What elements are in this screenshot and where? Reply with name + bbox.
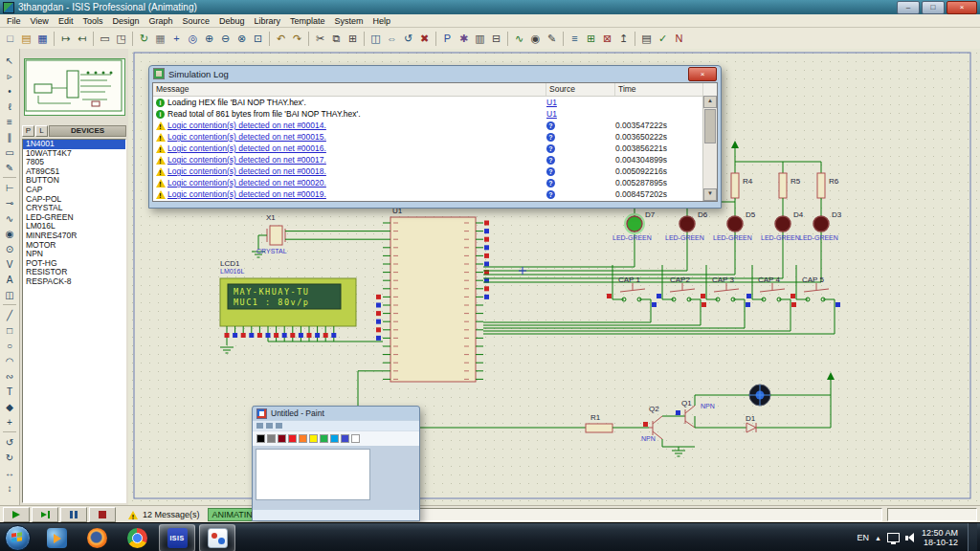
paint-color-swatch[interactable] [299, 434, 307, 443]
new-sheet-icon[interactable]: ⊞ [583, 31, 599, 47]
device-item-respack-8[interactable]: RESPACK-8 [23, 277, 125, 287]
2d-line-icon[interactable]: ╱ [2, 307, 18, 322]
simulation-log-close-button[interactable]: × [688, 67, 717, 81]
log-source[interactable]: U1 [546, 109, 615, 119]
device-list[interactable]: 1N400110WATT4K77805AT89C51BUTTONCAPCAP-P… [22, 139, 126, 503]
open-design-icon[interactable]: ▤ [18, 31, 34, 47]
2d-text-icon[interactable]: T [2, 384, 18, 399]
bus-mode-icon[interactable]: ∥ [2, 129, 18, 144]
log-row[interactable]: !Logic contention(s) detected on net #00… [153, 165, 717, 177]
paint-canvas[interactable] [256, 449, 370, 500]
minimize-button[interactable]: – [897, 1, 920, 14]
log-row[interactable]: !Logic contention(s) detected on net #00… [153, 154, 717, 165]
log-row[interactable]: iRead total of 861 bytes from file 'BAI … [153, 108, 717, 120]
volume-tray-icon[interactable] [905, 533, 914, 542]
packaging-tool-icon[interactable]: ▥ [472, 31, 488, 47]
paint-color-swatch[interactable] [320, 434, 328, 443]
redo-icon[interactable]: ↷ [289, 31, 305, 47]
bill-of-materials-icon[interactable]: ▤ [638, 31, 655, 47]
scroll-down-arrow[interactable]: ▼ [703, 188, 717, 201]
zoom-out-icon[interactable]: ⊖ [217, 31, 234, 47]
log-row[interactable]: !Logic contention(s) detected on net #00… [153, 131, 717, 143]
paint-color-swatch[interactable] [256, 434, 265, 443]
menu-graph[interactable]: Graph [144, 16, 177, 26]
import-section-icon[interactable]: ↦ [57, 31, 74, 47]
voltage-probe-icon[interactable]: V [2, 256, 18, 272]
log-source[interactable]: ? [546, 133, 615, 142]
zoom-all-icon[interactable]: ⊗ [234, 31, 250, 47]
simulation-log-titlebar[interactable]: Simulation Log × [149, 66, 721, 81]
log-source[interactable]: ? [546, 179, 615, 187]
zoom-in-icon[interactable]: ⊕ [201, 31, 217, 47]
taskbar-chrome[interactable] [119, 524, 155, 551]
log-row[interactable]: !Logic contention(s) detected on net #00… [153, 143, 717, 154]
mirror-horizontal-icon[interactable]: ↔ [2, 465, 18, 480]
paint-color-swatch[interactable] [309, 434, 318, 443]
paint-color-swatch[interactable] [351, 434, 360, 443]
log-row[interactable]: !Logic contention(s) detected on net #00… [153, 177, 717, 188]
2d-arc-icon[interactable]: ◠ [2, 353, 18, 368]
log-source[interactable]: ? [546, 144, 615, 153]
taskbar-clock[interactable]: 12:50 AM 18-10-12 [922, 528, 958, 547]
goto-sheet-icon[interactable]: ↥ [615, 31, 632, 47]
mark-output-area-icon[interactable]: ◳ [113, 31, 129, 47]
stop-button[interactable] [89, 507, 116, 522]
log-row[interactable]: !Logic contention(s) detected on net #00… [153, 188, 717, 200]
taskbar-windows-media-player[interactable] [38, 524, 75, 551]
copy-icon[interactable]: ⧉ [328, 31, 345, 47]
paint-color-swatch[interactable] [341, 434, 349, 443]
log-source[interactable]: ? [546, 156, 615, 165]
log-column-source[interactable]: Source [546, 83, 615, 96]
block-move-icon[interactable]: ⇔ [384, 31, 400, 47]
netlist-to-ares-icon[interactable]: N [671, 31, 687, 47]
junction-dot-icon[interactable]: • [2, 83, 18, 99]
taskbar-isis[interactable]: ISIS [159, 524, 195, 551]
step-button[interactable] [32, 507, 58, 522]
block-rotate-icon[interactable]: ↺ [400, 31, 416, 47]
print-design-icon[interactable]: ▭ [97, 31, 113, 47]
new-design-icon[interactable]: □ [2, 31, 18, 47]
close-button[interactable]: × [947, 1, 977, 14]
maximize-button[interactable]: □ [922, 1, 945, 14]
menu-help[interactable]: Help [368, 16, 396, 26]
play-button[interactable] [3, 507, 30, 522]
menu-tools[interactable]: Tools [78, 16, 107, 26]
inter-sheet-terminal-icon[interactable]: ⊢ [2, 180, 18, 195]
cut-icon[interactable]: ✂ [312, 31, 328, 47]
language-indicator[interactable]: EN [858, 533, 870, 542]
decompose-icon[interactable]: ⊟ [488, 31, 504, 47]
2d-path-icon[interactable]: ∾ [2, 368, 18, 384]
selection-pointer-icon[interactable]: ↖ [2, 53, 18, 68]
paint-quick-access-toolbar[interactable] [253, 420, 419, 430]
menu-template[interactable]: Template [285, 16, 330, 26]
menu-debug[interactable]: Debug [214, 16, 250, 26]
menu-file[interactable]: File [2, 16, 26, 26]
log-scrollbar[interactable]: ▲ ▼ [702, 96, 717, 201]
graph-mode-icon[interactable]: ∿ [2, 210, 18, 226]
log-source[interactable]: ? [546, 121, 615, 130]
log-column-message[interactable]: Message [153, 83, 546, 96]
start-button[interactable] [0, 523, 34, 551]
zoom-area-icon[interactable]: ⊡ [250, 31, 266, 47]
make-device-icon[interactable]: ✱ [456, 31, 472, 47]
log-column-time[interactable]: Time [615, 83, 703, 96]
instant-edit-icon[interactable]: ✎ [2, 160, 18, 175]
mirror-vertical-icon[interactable]: ↕ [2, 480, 18, 496]
overview-window[interactable] [24, 58, 125, 116]
menu-source[interactable]: Source [177, 16, 214, 26]
log-source[interactable]: ? [546, 190, 615, 199]
pick-devices-button[interactable]: P [22, 125, 34, 137]
design-explorer-icon[interactable]: ≡ [567, 31, 583, 47]
menu-view[interactable]: View [26, 16, 54, 26]
text-script-icon[interactable]: ≡ [2, 114, 18, 129]
library-manager-button[interactable]: L [35, 125, 48, 137]
device-pin-icon[interactable]: ⊸ [2, 195, 18, 210]
current-probe-icon[interactable]: A [2, 272, 18, 287]
rotate-anticlockwise-icon[interactable]: ↺ [2, 434, 18, 450]
pick-parts-icon[interactable]: P [439, 31, 456, 47]
center-at-cursor-icon[interactable]: ◎ [185, 31, 201, 47]
paint-color-swatch[interactable] [330, 434, 339, 443]
2d-marker-icon[interactable]: + [2, 414, 18, 430]
taskbar-paint[interactable] [199, 524, 235, 551]
paste-icon[interactable]: ⊞ [345, 31, 361, 47]
